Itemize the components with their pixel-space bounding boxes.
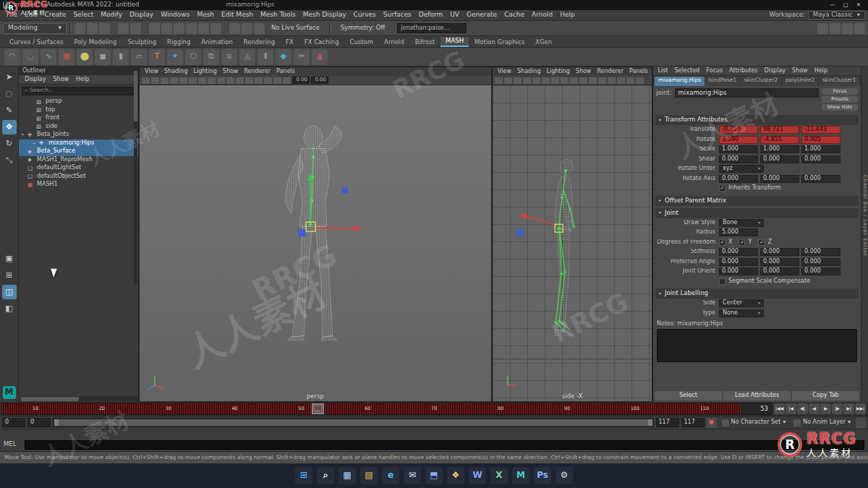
type-dropdown[interactable]: None ▾ <box>719 309 764 317</box>
xray-icon[interactable] <box>264 77 272 84</box>
attribute-editor-menu-item[interactable]: Display <box>761 68 789 74</box>
lighting-icon[interactable] <box>273 77 281 84</box>
playback-start-field[interactable]: 0 <box>2 418 25 427</box>
make-live-icon[interactable] <box>210 23 221 34</box>
mel-command-input[interactable] <box>25 440 864 450</box>
redo-icon[interactable] <box>130 23 141 34</box>
persp-canvas[interactable]: persp <box>140 85 491 401</box>
isolate-select-icon[interactable] <box>198 77 206 84</box>
side-canvas[interactable]: side -X <box>493 85 652 401</box>
outliner-item[interactable]: ◈ MASH1_ReproMesh <box>19 156 138 165</box>
open-scene-icon[interactable] <box>87 23 98 34</box>
undo-icon[interactable] <box>118 23 129 34</box>
attr-field-x[interactable]: 0.000 <box>719 267 758 275</box>
section-joint-labelling[interactable]: ▾ Joint Labelling <box>655 288 859 299</box>
combine-icon[interactable]: ⧉ <box>203 49 219 65</box>
dof-x-checkbox[interactable]: ✓ <box>719 239 726 246</box>
range-slider-bar[interactable] <box>54 419 652 426</box>
xray-icon[interactable] <box>617 77 625 84</box>
attribute-editor-menu-item[interactable]: Help <box>811 68 830 74</box>
photos-icon[interactable]: ❖ <box>447 467 464 484</box>
section-transform-attributes[interactable]: ▾ Transform Attributes <box>655 115 859 125</box>
grid-toggle-icon[interactable] <box>561 77 569 84</box>
image-plane-icon[interactable] <box>532 77 540 84</box>
outliner-horizontal-scrollbar[interactable] <box>19 396 138 402</box>
panel-menu-item[interactable]: Show <box>573 69 595 75</box>
no-live-surface-label[interactable]: No Live Surface <box>271 25 320 31</box>
focus-button[interactable]: Focus <box>822 88 858 95</box>
two-d-pan-zoom-icon[interactable] <box>189 77 197 84</box>
resolution-gate-icon[interactable] <box>579 77 587 84</box>
panel-field[interactable]: 0.00 <box>292 77 310 84</box>
panel-menu-item[interactable]: Renderer <box>594 69 626 75</box>
camera-attributes-icon[interactable] <box>161 77 169 84</box>
panel-menu-item[interactable]: Panels <box>273 69 298 75</box>
range-slider[interactable] <box>53 418 654 427</box>
scale-tool[interactable]: ⤡ <box>2 153 17 168</box>
character-set-dropdown[interactable]: No Character Set ▾ <box>719 419 789 427</box>
symmetry-dropdown[interactable]: Symmetry: Off <box>341 25 386 31</box>
outliner-menu-item[interactable]: Show <box>50 77 73 83</box>
viewport-side[interactable]: ViewShadingLightingShowRendererPanels <box>492 67 652 402</box>
outliner-menu-item[interactable]: Help <box>72 77 93 83</box>
shelf-tab[interactable]: Motion Graphics <box>469 38 529 47</box>
menu-item[interactable]: Windows <box>157 12 193 19</box>
attr-field-y[interactable]: -4.855 <box>760 136 799 144</box>
save-scene-icon[interactable] <box>99 23 110 34</box>
radius-field[interactable]: 5.000 <box>719 228 758 236</box>
section-offset-parent-matrix[interactable]: ▸ Offset Parent Matrix <box>655 196 859 206</box>
attr-field-x[interactable]: -0.756 <box>719 126 758 134</box>
shelf-tab[interactable]: FX <box>281 38 299 47</box>
command-line-mode-label[interactable]: MEL <box>4 441 21 448</box>
wireframe-on-shaded-icon[interactable] <box>255 77 263 84</box>
task-view-icon[interactable]: ▦ <box>339 467 356 484</box>
attr-field-y[interactable]: 98.721 <box>760 126 799 134</box>
animation-end-field[interactable]: 117 <box>656 418 679 427</box>
settings-icon[interactable]: ⚙ <box>556 467 573 484</box>
plane-primitive-icon[interactable]: ▱ <box>131 49 147 65</box>
outliner-item[interactable]: ▧ top <box>19 106 138 115</box>
minimize-button[interactable]: — <box>826 2 839 8</box>
panel-menu-item[interactable]: Renderer <box>241 69 273 75</box>
shelf-tab[interactable]: MASH <box>441 37 469 47</box>
svg-tool-icon[interactable]: ✦ <box>167 49 183 65</box>
menu-item[interactable]: Mesh Display <box>299 12 350 19</box>
outliner-item[interactable]: ▢ defaultObjectSet <box>19 173 138 181</box>
attr-field-z[interactable]: 0.905 <box>801 136 841 144</box>
quad-draw-icon[interactable]: ▲ <box>312 49 328 65</box>
range-start-grip[interactable] <box>54 419 59 426</box>
attr-field-x[interactable]: 3.590 <box>719 136 758 144</box>
section-joint[interactable]: ▾ Joint <box>655 208 859 218</box>
photoshop-icon[interactable]: Ps <box>534 467 551 484</box>
image-plane-icon[interactable] <box>179 77 187 84</box>
safe-title-icon[interactable] <box>245 77 253 84</box>
viewport-persp[interactable]: ViewShadingLightingShowRendererPanels 0.… <box>139 67 492 402</box>
outliner-item[interactable]: ▢ defaultLightSet <box>19 164 138 173</box>
smooth-icon[interactable]: ◬ <box>239 49 255 65</box>
attr-field-y[interactable]: 1.000 <box>760 145 799 153</box>
attr-field-x[interactable]: 0.000 <box>719 155 758 163</box>
shadows-icon[interactable] <box>636 77 644 84</box>
workspace-dropdown[interactable]: Maya Classic ▾ <box>808 11 865 20</box>
panel-menu-item[interactable]: Lighting <box>543 69 572 75</box>
attr-field-y[interactable]: 0.000 <box>760 248 799 256</box>
safe-title-icon[interactable] <box>598 77 606 84</box>
cylinder-primitive-icon[interactable]: ▮ <box>113 49 129 65</box>
attribute-editor-menu-item[interactable]: Show <box>789 68 812 74</box>
move-tool[interactable]: ✥ <box>2 120 17 134</box>
expand-arrow-icon[interactable]: ▸ <box>33 141 39 146</box>
bezier-curve-tool-icon[interactable]: ◡ <box>22 49 38 65</box>
menu-item[interactable]: Generate <box>463 12 501 19</box>
playback-end-field[interactable]: 117 <box>681 418 705 427</box>
boolean-union-icon[interactable]: ⬡ <box>185 49 201 65</box>
snap-to-view-plane-icon[interactable] <box>198 23 209 34</box>
current-frame-field[interactable]: 53 <box>741 403 772 415</box>
attr-field-z[interactable]: 0.000 <box>801 155 841 163</box>
attribute-editor-toggle-icon[interactable] <box>817 23 828 34</box>
attribute-editor-footer-button[interactable]: Select <box>655 391 722 401</box>
extrude-icon[interactable]: ⬆ <box>258 49 273 65</box>
show-hide-button[interactable]: Show Hide <box>822 104 858 111</box>
type-tool-icon[interactable]: T <box>149 49 165 65</box>
attr-field-x[interactable]: 0.000 <box>719 248 758 256</box>
bevel-icon[interactable]: ◆ <box>276 49 292 65</box>
